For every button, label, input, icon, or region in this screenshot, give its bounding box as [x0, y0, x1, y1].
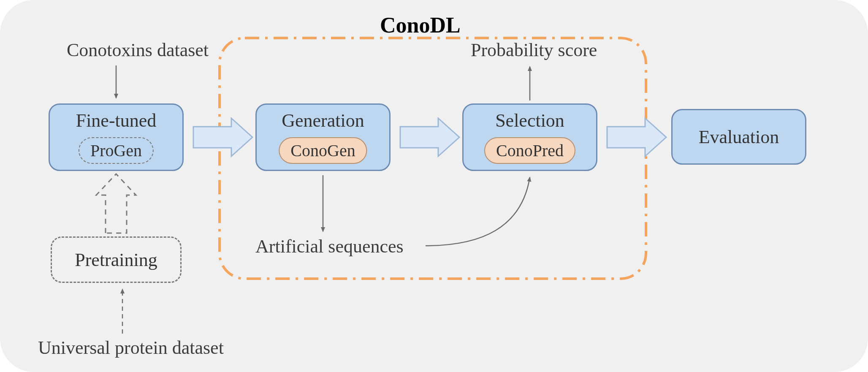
flow-arrow-2: [400, 118, 459, 156]
probability-score-label: Probability score: [471, 40, 597, 60]
evaluation-box: Evaluation: [671, 109, 806, 165]
flow-arrow-3: [607, 118, 666, 156]
selection-box: Selection ConoPred: [462, 103, 597, 171]
pretraining-label: Pretraining: [75, 249, 157, 271]
artificial-sequences-label: Artificial sequences: [255, 236, 404, 257]
fine-tuned-title: Fine-tuned: [50, 110, 182, 131]
fine-tuned-box: Fine-tuned ProGen: [49, 103, 184, 171]
conogen-pill: ConoGen: [279, 137, 367, 164]
diagram-canvas: ConoDL Conotoxins dataset Probability sc…: [0, 0, 868, 372]
artificial-to-selection-arrow: [426, 177, 530, 246]
selection-title: Selection: [464, 110, 596, 131]
generation-box: Generation ConoGen: [255, 103, 391, 171]
conotoxins-dataset-label: Conotoxins dataset: [67, 40, 209, 60]
flow-arrow-1: [193, 118, 252, 156]
evaluation-label: Evaluation: [699, 126, 779, 148]
universal-protein-label: Universal protein dataset: [38, 338, 224, 358]
conopred-pill: ConoPred: [484, 137, 575, 164]
pretraining-up-arrow: [96, 174, 136, 233]
generation-title: Generation: [257, 110, 389, 131]
progen-pill: ProGen: [79, 137, 154, 164]
pretraining-box: Pretraining: [51, 236, 182, 283]
diagram-title: ConoDL: [380, 13, 461, 38]
